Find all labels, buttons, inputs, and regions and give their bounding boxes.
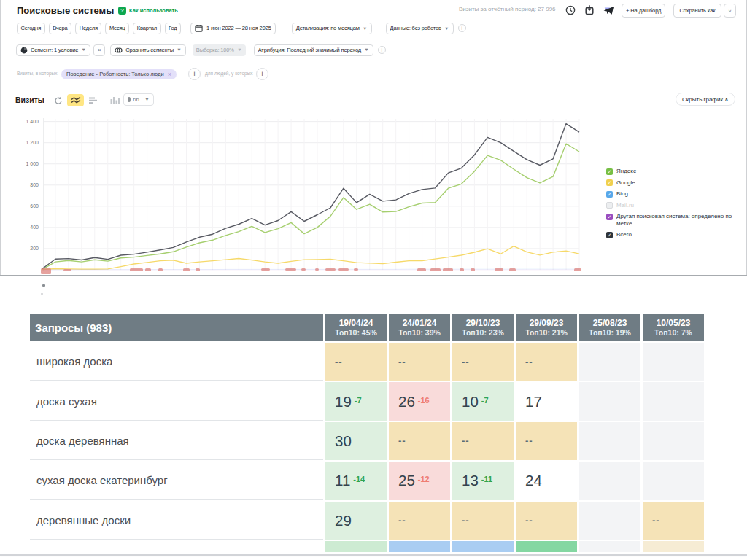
red-annotation-mark: [315, 268, 319, 271]
position-cell: [579, 382, 640, 420]
position-cell: [643, 462, 704, 499]
red-annotation-mark: [285, 268, 296, 271]
position-cell: --: [643, 502, 704, 540]
legend-item[interactable]: ✓Всего: [606, 231, 738, 238]
position-cell: --: [516, 422, 577, 460]
red-annotation-mark: [261, 268, 270, 271]
red-annotation-mark: [574, 268, 581, 271]
position-cell: --: [389, 502, 450, 540]
legend-item[interactable]: ✓Google: [606, 179, 738, 187]
legend-item[interactable]: Mail.ru: [606, 202, 738, 209]
legend-item[interactable]: ✓Bing: [606, 190, 738, 198]
legend-label: Всего: [616, 231, 632, 238]
position-cell: --: [452, 422, 514, 460]
position-cell: 25-12: [389, 462, 450, 499]
position-cell: 24: [516, 462, 577, 499]
position-cell-partial: [325, 541, 387, 552]
y-tick-label: 1 000: [17, 161, 39, 166]
position-cell: [579, 343, 640, 381]
metrika-report-panel: Поисковые системы ? Как использовать Виз…: [0, 0, 747, 276]
legend-label: Яндекс: [616, 168, 636, 175]
section-divider: [0, 275, 747, 276]
legend-checkbox[interactable]: ✓: [606, 214, 613, 220]
red-annotation-mark: [471, 268, 475, 271]
card-bottom-edge: [0, 554, 747, 556]
position-cell: [643, 382, 704, 420]
red-annotation-mark: [325, 268, 336, 271]
position-cell: --: [389, 422, 450, 460]
table-header-date[interactable]: 19/04/24Топ10: 45%: [325, 314, 387, 341]
legend-label: Bing: [616, 190, 628, 198]
chart-legend: ✓Яндекс✓Google✓BingMail.ru✓Другая поиско…: [606, 168, 738, 243]
position-cell: [643, 343, 704, 381]
position-cell: --: [516, 502, 577, 540]
position-cell: --: [452, 343, 514, 381]
legend-checkbox[interactable]: ✓: [606, 168, 613, 175]
query-cell[interactable]: широкая доска: [30, 343, 323, 381]
red-annotation-mark: [130, 268, 143, 271]
red-annotation-mark: [417, 268, 426, 271]
red-annotation-mark: [41, 268, 51, 274]
position-cell: --: [516, 343, 577, 381]
query-cell-partial: [30, 541, 323, 552]
positions-table: Запросы (983)19/04/24Топ10: 45%24/01/24Т…: [30, 314, 704, 552]
red-annotation-mark: [354, 268, 358, 271]
position-cell: [579, 462, 640, 499]
red-annotation-mark: [460, 268, 464, 271]
position-cell: [643, 422, 704, 460]
legend-label: Google: [616, 179, 635, 187]
red-annotation-mark: [301, 268, 306, 271]
position-cell: 13-11: [452, 462, 514, 499]
red-annotation-mark: [158, 268, 163, 271]
legend-checkbox[interactable]: ✓: [606, 232, 613, 238]
legend-item[interactable]: ✓Яндекс: [606, 168, 738, 175]
position-cell-partial: [389, 541, 450, 552]
speck: [42, 284, 45, 287]
y-tick-label: 400: [17, 225, 39, 230]
speck: [41, 293, 43, 295]
legend-label: Другая поисковая система: определено по …: [616, 213, 738, 227]
red-annotation-mark: [183, 268, 190, 271]
legend-checkbox[interactable]: [606, 202, 613, 209]
table-header-date[interactable]: 29/10/23Топ10: 23%: [452, 314, 514, 341]
red-annotation-mark: [145, 268, 151, 271]
y-tick-label: 1 200: [17, 140, 39, 145]
position-cell: 26-16: [389, 382, 450, 420]
position-cell: --: [325, 343, 387, 381]
legend-label: Mail.ru: [616, 202, 634, 209]
red-annotation-mark: [495, 268, 503, 271]
table-header-queries: Запросы (983): [30, 314, 323, 341]
red-annotation-mark: [338, 268, 349, 271]
table-header-date[interactable]: 25/08/23Топ10: 19%: [579, 314, 640, 341]
position-cell-partial: [452, 541, 514, 552]
position-cell: 10-7: [452, 382, 514, 420]
red-annotation-mark: [63, 269, 71, 271]
legend-checkbox[interactable]: ✓: [606, 191, 613, 198]
query-cell[interactable]: сухая доска екатеринбург: [30, 462, 323, 499]
y-tick-label: 600: [17, 203, 39, 209]
red-annotation-mark: [430, 268, 441, 271]
position-cell: 19-7: [325, 382, 387, 420]
y-tick-label: 1 400: [17, 119, 39, 124]
table-header-date[interactable]: 10/05/23Топ10: 7%: [643, 314, 704, 341]
y-tick-label: 200: [17, 246, 39, 251]
position-cell: 30: [325, 422, 387, 460]
query-cell[interactable]: доска сухая: [30, 382, 323, 420]
table-header-date[interactable]: 29/09/23Топ10: 21%: [516, 314, 577, 341]
table-header-date[interactable]: 24/01/24Топ10: 39%: [389, 314, 450, 341]
red-annotation-mark: [443, 268, 453, 271]
query-cell[interactable]: деревянные доски: [30, 502, 323, 540]
red-annotation-mark: [509, 268, 516, 271]
legend-item[interactable]: ✓Другая поисковая система: определено по…: [606, 213, 738, 227]
position-cell: 29: [325, 502, 387, 540]
position-cell: 11-14: [325, 462, 387, 499]
position-cell: 17: [516, 382, 577, 420]
positions-table-grid: Запросы (983)19/04/24Топ10: 45%24/01/24Т…: [30, 314, 704, 552]
red-annotation-mark: [196, 268, 200, 271]
position-cell-partial: [516, 541, 577, 552]
position-cell: [579, 422, 640, 460]
position-cell-partial: [579, 541, 640, 552]
position-cell: --: [389, 343, 450, 381]
legend-checkbox[interactable]: ✓: [606, 179, 613, 186]
query-cell[interactable]: доска деревянная: [30, 422, 323, 460]
